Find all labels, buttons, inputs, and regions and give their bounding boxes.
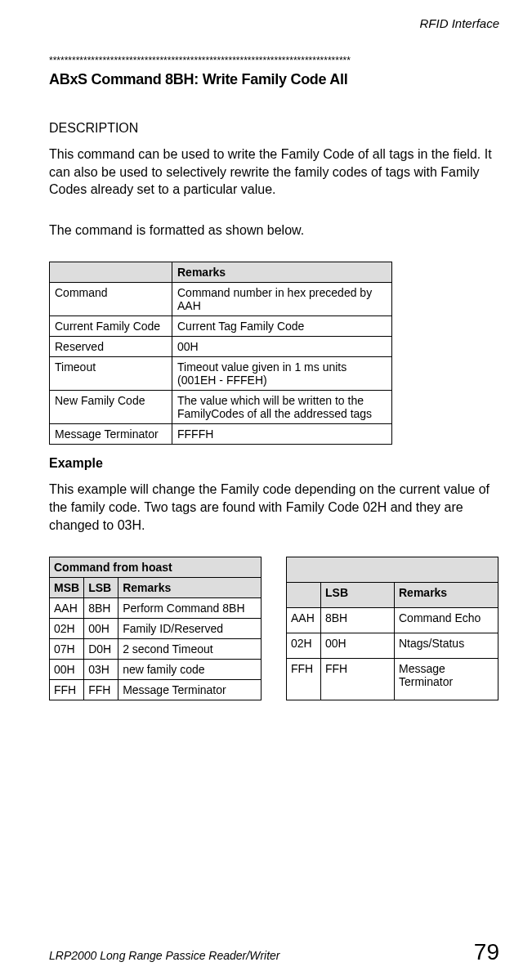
table-cell: 00H — [172, 337, 392, 357]
format-table: Remarks CommandCommand number in hex pre… — [49, 262, 392, 445]
table-cell: 02H — [50, 619, 84, 639]
star-divider: ****************************************… — [49, 55, 499, 66]
table-cell: 8BH — [321, 608, 395, 633]
table-cell: Perform Command 8BH — [118, 598, 262, 619]
response-table: LSB Remarks AAH8BHCommand Echo 02H00HNta… — [286, 557, 498, 700]
format-header-empty — [50, 262, 172, 283]
description-heading: DESCRIPTION — [49, 121, 499, 136]
table-cell: 2 second Timeout — [118, 639, 262, 660]
table-cell: FFH — [321, 659, 395, 700]
table-cell: FFH — [287, 659, 321, 700]
table-cell: Message Terminator — [395, 659, 498, 700]
table-cell: Command number in hex preceded by AAH — [172, 283, 392, 316]
table-cell: Reserved — [50, 337, 172, 357]
table-cell: Command — [50, 283, 172, 316]
page-title: ABxS Command 8BH: Write Family Code All — [49, 71, 499, 88]
table-cell: Ntags/Status — [395, 633, 498, 659]
table-cell: D0H — [84, 639, 118, 660]
table-cell: Timeout value given in 1 ms units (001EH… — [172, 357, 392, 391]
cmd-header-lsb: LSB — [84, 578, 118, 598]
footer: LRP2000 Long Range Passice Reader/Writer… — [49, 939, 499, 965]
response-table-caption — [287, 557, 498, 583]
description-body: This command can be used to write the Fa… — [49, 145, 499, 199]
table-cell: Current Tag Family Code — [172, 316, 392, 337]
table-cell: New Family Code — [50, 391, 172, 424]
table-cell: Message Terminator — [50, 424, 172, 445]
table-cell: Family ID/Reserved — [118, 619, 262, 639]
table-cell: 03H — [84, 660, 118, 680]
table-cell: AAH — [50, 598, 84, 619]
table-cell: 02H — [287, 633, 321, 659]
table-cell: Message Terminator — [118, 680, 262, 700]
table-cell: 00H — [321, 633, 395, 659]
table-cell: The value which will be written to the F… — [172, 391, 392, 424]
page-number: 79 — [474, 939, 499, 965]
format-intro: The command is formatted as shown below. — [49, 222, 499, 239]
table-cell: 00H — [84, 619, 118, 639]
table-cell: new family code — [118, 660, 262, 680]
table-cell: AAH — [287, 608, 321, 633]
footer-left: LRP2000 Long Range Passice Reader/Writer — [49, 949, 280, 962]
table-cell: Timeout — [50, 357, 172, 391]
table-cell: 8BH — [84, 598, 118, 619]
table-cell: Command Echo — [395, 608, 498, 633]
header-right: RFID Interface — [49, 16, 499, 30]
table-cell: 07H — [50, 639, 84, 660]
table-cell: FFFFH — [172, 424, 392, 445]
cmd-header-msb: MSB — [50, 578, 84, 598]
cmd-header-remarks: Remarks — [118, 578, 262, 598]
resp-header-empty — [287, 583, 321, 608]
resp-header-remarks: Remarks — [395, 583, 498, 608]
table-cell: FFH — [50, 680, 84, 700]
example-body: This example will change the Family code… — [49, 481, 499, 534]
table-cell: FFH — [84, 680, 118, 700]
table-cell: 00H — [50, 660, 84, 680]
example-heading: Example — [49, 456, 499, 471]
command-table-caption: Command from hoast — [50, 557, 262, 578]
command-table: Command from hoast MSB LSB Remarks AAH8B… — [49, 557, 262, 700]
resp-header-lsb: LSB — [321, 583, 395, 608]
table-cell: Current Family Code — [50, 316, 172, 337]
format-header-remarks: Remarks — [172, 262, 392, 283]
